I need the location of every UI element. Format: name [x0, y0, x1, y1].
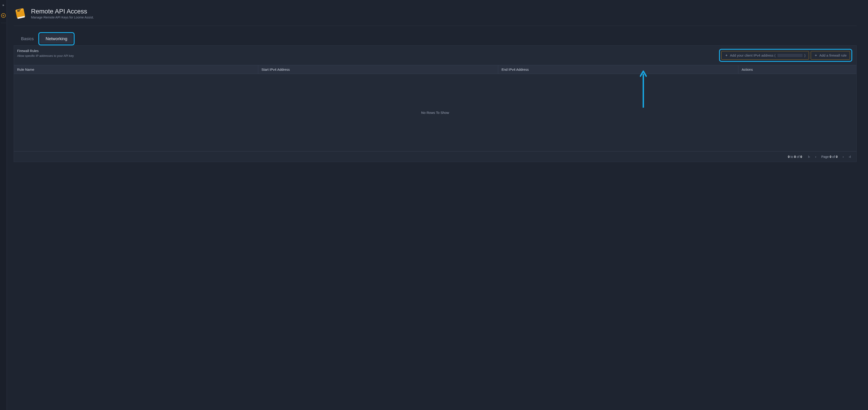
- column-header-start-ip[interactable]: Start IPv4 Address: [258, 65, 498, 74]
- plus-icon: +: [2, 14, 4, 17]
- first-page-button[interactable]: I‹: [808, 155, 810, 159]
- table-body: No Rows To Show: [14, 74, 856, 152]
- add-client-ip-label-prefix: Add your client IPv4 address (: [730, 53, 776, 57]
- tab-row: Basics Networking: [17, 32, 857, 45]
- tab-networking-highlight: Networking: [38, 32, 74, 45]
- page-word: Page: [821, 155, 830, 159]
- left-rail: » +: [0, 0, 7, 410]
- tab-basics[interactable]: Basics: [17, 32, 38, 45]
- column-header-rule-name[interactable]: Rule Name: [14, 65, 258, 74]
- firewall-title: Firewall Rules: [17, 49, 74, 53]
- add-firewall-rule-button[interactable]: ＋ Add a firewall rule: [811, 51, 850, 60]
- table-footer: 0 to 0 of 0 I‹ ‹ Page 0 of 0 › ›I: [14, 152, 856, 162]
- table-header-row: Rule Name Start IPv4 Address End IPv4 Ad…: [14, 65, 856, 74]
- page-title: Remote API Access: [31, 8, 94, 15]
- tab-networking[interactable]: Networking: [40, 34, 73, 43]
- annotation-arrow-icon: [640, 69, 647, 108]
- add-client-ip-label-suffix: ): [804, 53, 806, 57]
- page-total: 0: [836, 155, 838, 159]
- add-button[interactable]: +: [1, 13, 6, 18]
- book-icon: [14, 7, 27, 20]
- column-header-end-ip[interactable]: End IPv4 Address: [498, 65, 738, 74]
- page-subtitle: Manage Remote API Keys for Loome Assist.: [31, 15, 94, 19]
- row-summary: 0 to 0 of 0: [788, 155, 802, 159]
- client-ip-redacted: [777, 54, 803, 57]
- rows-total: 0: [800, 155, 802, 159]
- page-of-word: of: [832, 155, 836, 159]
- firewall-panel-header: Firewall Rules Allow specific IP address…: [14, 45, 856, 65]
- page-indicator: Page 0 of 0: [821, 155, 838, 159]
- page-current: 0: [830, 155, 832, 159]
- rows-of-word: of: [796, 155, 800, 159]
- column-header-actions: Actions: [738, 65, 856, 74]
- page-header: Remote API Access Manage Remote API Keys…: [14, 7, 857, 26]
- rows-to-word: to: [789, 155, 794, 159]
- firewall-buttons-highlight: ＋ Add your client IPv4 address ( ) ＋ Add…: [719, 49, 852, 62]
- firewall-description: Allow specific IP addresses to your API …: [17, 54, 74, 58]
- rows-to: 0: [794, 155, 796, 159]
- pager: I‹ ‹ Page 0 of 0 › ›I: [808, 155, 851, 159]
- add-firewall-rule-label: Add a firewall rule: [819, 53, 846, 57]
- prev-page-button[interactable]: ‹: [815, 155, 816, 159]
- empty-state-text: No Rows To Show: [421, 111, 449, 115]
- plus-icon: ＋: [814, 53, 817, 58]
- next-page-button[interactable]: ›: [843, 155, 844, 159]
- firewall-table: Rule Name Start IPv4 Address End IPv4 Ad…: [14, 65, 856, 162]
- plus-icon: ＋: [725, 53, 728, 58]
- last-page-button[interactable]: ›I: [849, 155, 851, 159]
- expand-rail-icon[interactable]: »: [2, 3, 4, 7]
- firewall-panel: Firewall Rules Allow specific IP address…: [14, 45, 857, 162]
- main-content: Remote API Access Manage Remote API Keys…: [7, 0, 868, 410]
- add-client-ip-button[interactable]: ＋ Add your client IPv4 address ( ): [721, 51, 809, 60]
